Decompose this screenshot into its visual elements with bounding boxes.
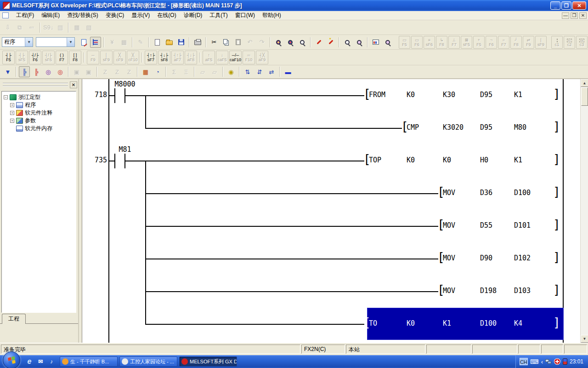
- menu-item-3[interactable]: 变换(C): [102, 11, 128, 19]
- panel-close-button[interactable]: ✕: [70, 81, 77, 88]
- scroll-down-button[interactable]: ▼: [581, 335, 588, 343]
- insert-row-button[interactable]: ⇅: [242, 66, 253, 77]
- delete-vertical-line-button[interactable]: ╳cF10: [127, 51, 139, 64]
- open-project-button[interactable]: [164, 37, 175, 48]
- selected-instruction-box[interactable]: [367, 308, 564, 340]
- instruction-operand[interactable]: D100: [514, 189, 531, 197]
- instruction-name[interactable]: MOV: [443, 189, 455, 197]
- menu-item-5[interactable]: 在线(O): [153, 11, 180, 19]
- falling-pulse-op-button[interactable]: ↓caF5: [216, 51, 228, 64]
- mdi-child-icon[interactable]: [2, 12, 9, 18]
- monitor-write-mode-button[interactable]: ◎: [55, 66, 66, 77]
- scroll-up-button[interactable]: ▲: [581, 79, 588, 87]
- instruction-operand[interactable]: D95: [480, 123, 492, 132]
- vertical-line-button[interactable]: │sF9: [100, 51, 113, 64]
- save-project-button[interactable]: [175, 37, 187, 48]
- device-test-button[interactable]: ▼: [2, 66, 13, 77]
- tree-item-1[interactable]: +软元件注释: [4, 109, 76, 117]
- instruction-close-bracket[interactable]: ]: [553, 316, 560, 328]
- scrollbar-thumb[interactable]: [581, 87, 588, 106]
- mdi-close-button[interactable]: ✕: [579, 12, 587, 19]
- instruction-operand[interactable]: H0: [480, 156, 488, 164]
- write-mode-button[interactable]: ╠: [31, 66, 42, 77]
- expand-icon[interactable]: +: [10, 111, 14, 115]
- menu-item-2[interactable]: 查找/替换(S): [63, 11, 102, 19]
- instruction-operand[interactable]: D101: [514, 221, 531, 230]
- read-mode-button[interactable]: ╠: [19, 66, 30, 77]
- instruction-operand[interactable]: K0: [407, 319, 415, 328]
- delete-line-button[interactable]: ┤╳aF9: [256, 51, 268, 64]
- print-preview-button[interactable]: [370, 37, 381, 48]
- instruction-name[interactable]: TOP: [369, 156, 381, 164]
- replace-string-button[interactable]: [325, 37, 336, 48]
- monitor-mode-button[interactable]: ◎: [43, 66, 54, 77]
- find-device-button[interactable]: [285, 37, 296, 48]
- circuit-search-button[interactable]: [382, 37, 393, 48]
- insert-column-button[interactable]: ⇄: [266, 66, 277, 77]
- instruction-operand[interactable]: K1: [514, 156, 522, 164]
- chevron-down-icon[interactable]: ▼: [67, 38, 74, 46]
- horizontal-line-button[interactable]: ─F9: [87, 51, 99, 64]
- parallel-open-contact-button[interactable]: ┤├sF5: [16, 51, 28, 64]
- find-string-button[interactable]: [297, 37, 308, 48]
- instruction-close-bracket[interactable]: ]: [553, 251, 560, 263]
- network-icon[interactable]: [545, 359, 552, 364]
- tab-project[interactable]: 工程: [2, 314, 26, 324]
- coil-button[interactable]: ( )F7: [56, 51, 68, 64]
- task-button-0[interactable]: 生 - 千千静听 B...: [60, 356, 118, 367]
- contact-label[interactable]: M81: [104, 145, 146, 154]
- menu-item-1[interactable]: 编辑(E): [38, 11, 63, 19]
- chevron-down-icon[interactable]: ▼: [25, 38, 33, 46]
- menu-item-8[interactable]: 窗口(W): [232, 11, 259, 19]
- tray-collapse-icon[interactable]: ‹: [541, 359, 543, 365]
- instruction-operand[interactable]: K30: [443, 91, 455, 99]
- instruction-operand[interactable]: D102: [514, 254, 531, 262]
- delete-horizontal-line-button[interactable]: ╳cF9: [113, 51, 126, 64]
- find-button[interactable]: [273, 37, 284, 48]
- rising-pulse-button[interactable]: ┤↑├sF7: [145, 51, 157, 64]
- instruction-name[interactable]: TO: [369, 319, 377, 328]
- horizontal-line-input-button[interactable]: ═F10: [243, 51, 255, 64]
- instruction-close-bracket[interactable]: ]: [553, 218, 560, 230]
- print-button[interactable]: [192, 37, 203, 48]
- parallel-falling-pulse-button[interactable]: ┤↓├aF8: [185, 51, 197, 64]
- minimize-button[interactable]: _: [550, 1, 560, 10]
- menu-item-0[interactable]: 工程(F): [12, 11, 38, 19]
- instruction-operand[interactable]: D95: [480, 91, 492, 99]
- instruction-name[interactable]: MOV: [443, 221, 455, 230]
- instruction-operand[interactable]: K0: [407, 91, 415, 99]
- rising-pulse-op-button[interactable]: ↑aF5: [203, 51, 215, 64]
- project-data-list-button[interactable]: [78, 37, 89, 48]
- zoom-in-button[interactable]: [354, 37, 365, 48]
- closed-contact-button[interactable]: ┤/├F6: [29, 51, 41, 64]
- open-contact-button[interactable]: ┤├F5: [2, 51, 15, 64]
- instruction-close-bracket[interactable]: ]: [553, 153, 560, 165]
- menu-item-4[interactable]: 显示(V): [128, 11, 153, 19]
- expand-icon[interactable]: +: [10, 119, 14, 123]
- instruction-operand[interactable]: M80: [514, 123, 526, 132]
- panel-drag-grip[interactable]: [3, 83, 68, 86]
- restore-button[interactable]: ❐: [561, 1, 571, 10]
- instruction-name[interactable]: FROM: [369, 91, 385, 99]
- instruction-close-bracket[interactable]: ]: [553, 186, 560, 198]
- instruction-operand[interactable]: K4: [514, 319, 522, 328]
- parallel-closed-contact-button[interactable]: ┤/├sF6: [42, 51, 55, 64]
- quick-launch-outlook[interactable]: ✉: [36, 357, 45, 366]
- monitor-condition-button[interactable]: ◔: [152, 66, 163, 77]
- mdi-minimize-button[interactable]: —: [562, 12, 569, 19]
- task-button-1[interactable]: 工控人家园论坛 - ...: [119, 356, 177, 367]
- instruction-operand[interactable]: D90: [480, 254, 492, 262]
- menu-item-9[interactable]: 帮助(H): [259, 11, 285, 19]
- tray-app-icon[interactable]: [563, 358, 567, 365]
- tree-item-2[interactable]: +参数: [4, 117, 76, 125]
- delete-row-button[interactable]: ⇵: [254, 66, 265, 77]
- new-project-button[interactable]: [152, 37, 163, 48]
- program-combo[interactable]: 程序 ▼: [2, 37, 33, 47]
- vertical-scrollbar[interactable]: ▲ ▼: [580, 79, 588, 343]
- instruction-operand[interactable]: K1: [443, 319, 451, 328]
- instruction-operand[interactable]: D55: [480, 221, 492, 230]
- instruction-operand[interactable]: K1: [514, 91, 522, 99]
- instruction-close-bracket[interactable]: ]: [553, 284, 560, 296]
- menu-item-6[interactable]: 诊断(D): [180, 11, 206, 19]
- copy-button[interactable]: [220, 37, 232, 48]
